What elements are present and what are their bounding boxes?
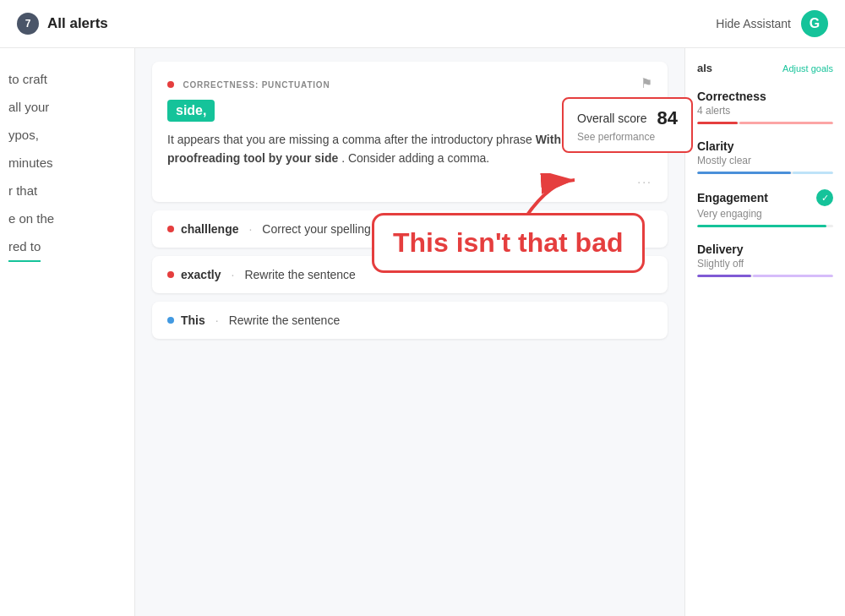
alert-word-0: challlenge xyxy=(181,222,238,236)
metric-bar-delivery xyxy=(697,275,833,277)
overall-score-card[interactable]: Overall score 84 See performance xyxy=(562,97,693,153)
metric-engagement[interactable]: Engagement ✓ Very engaging xyxy=(697,189,833,227)
bar-fill-blue xyxy=(697,172,791,174)
alert-sep-0: · xyxy=(248,222,252,236)
metric-name-delivery: Delivery xyxy=(697,243,743,256)
alert-row-2[interactable]: This · Rewrite the sentence xyxy=(152,302,668,339)
score-number: 84 xyxy=(657,107,678,129)
metric-header-clarity: Clarity xyxy=(697,139,833,153)
annotation-bubble: This isn't that bad xyxy=(372,213,645,273)
dot-red-0 xyxy=(167,226,174,232)
left-text-panel: to craft all your ypos, minutes r that e… xyxy=(0,48,135,616)
alert-action-1: Rewrite the sentence xyxy=(244,268,356,281)
more-options-icon[interactable]: ··· xyxy=(637,175,652,188)
metric-correctness[interactable]: Correctness 4 alerts xyxy=(697,90,833,124)
metric-bar-correctness xyxy=(697,122,833,124)
bar-fill-green xyxy=(697,225,826,227)
metric-bar-clarity xyxy=(697,172,833,174)
metric-header-correctness: Correctness xyxy=(697,90,833,103)
metric-sub-delivery: Slightly off xyxy=(697,258,833,270)
metric-sub-clarity: Mostly clear xyxy=(697,155,833,166)
goals-header: als Adjust goals xyxy=(697,62,833,74)
metric-name-clarity: Clarity xyxy=(697,139,734,153)
adjust-goals-link[interactable]: Adjust goals xyxy=(782,63,833,74)
metric-clarity[interactable]: Clarity Mostly clear xyxy=(697,139,833,174)
hide-assistant-button[interactable]: Hide Assistant xyxy=(716,17,791,30)
bar-fill-blue-light xyxy=(793,172,833,174)
score-label: Overall score xyxy=(577,112,646,125)
text-line-4: minutes xyxy=(8,149,126,177)
goals-label: als xyxy=(697,62,712,74)
metric-name-correctness: Correctness xyxy=(697,90,766,103)
desc-after: . Consider adding a comma. xyxy=(341,151,489,165)
bar-fill-red xyxy=(697,122,738,124)
category-text: CORRECTNESS: PUNCTUATION xyxy=(183,80,330,90)
bar-fill-red-light xyxy=(739,122,833,124)
desc-before: It appears that you are missing a comma … xyxy=(167,133,532,146)
category-label: CORRECTNESS: PUNCTUATION xyxy=(167,76,330,91)
grammarly-logo-button[interactable]: G xyxy=(801,10,828,37)
bar-fill-purple xyxy=(697,275,751,277)
header-right: Hide Assistant G xyxy=(716,10,828,37)
alert-action-2: Rewrite the sentence xyxy=(229,313,341,327)
text-line-5: r that xyxy=(8,177,126,204)
alert-sep-1: · xyxy=(231,268,234,281)
text-line-7: red to xyxy=(8,232,126,262)
dot-red-1 xyxy=(167,271,174,278)
alert-count-badge: 7 xyxy=(17,13,39,35)
see-performance-link[interactable]: See performance xyxy=(577,131,678,143)
metric-header-delivery: Delivery xyxy=(697,243,833,256)
header: 7 All alerts Hide Assistant G xyxy=(0,0,845,48)
left-text-content: to craft all your ypos, minutes r that e… xyxy=(8,65,126,262)
bar-fill-purple-light xyxy=(753,275,833,277)
header-title: All alerts xyxy=(47,15,108,32)
engagement-check-icon: ✓ xyxy=(816,189,833,206)
text-line-3: ypos, xyxy=(8,121,126,149)
metric-name-engagement: Engagement xyxy=(697,191,768,204)
dot-blue-2 xyxy=(167,317,174,324)
text-line-1: to craft xyxy=(8,65,126,93)
annotation-text: This isn't that bad xyxy=(393,227,624,258)
alert-sep-2: · xyxy=(215,313,219,327)
header-left: 7 All alerts xyxy=(17,13,108,35)
highlighted-word[interactable]: side, xyxy=(167,100,215,122)
alert-word-2: This xyxy=(181,313,205,327)
alert-card-header: CORRECTNESS: PUNCTUATION ⚑ xyxy=(167,75,652,91)
metric-header-engagement: Engagement ✓ xyxy=(697,189,833,206)
right-metrics-panel: als Adjust goals Correctness 4 alerts Cl… xyxy=(684,48,845,616)
metric-sub-correctness: 4 alerts xyxy=(697,105,833,117)
correctness-dot xyxy=(167,81,174,88)
text-line-2: all your xyxy=(8,93,126,121)
text-line-6: e on the xyxy=(8,204,126,232)
metric-delivery[interactable]: Delivery Slightly off xyxy=(697,243,833,277)
goals-section: als Adjust goals xyxy=(697,62,833,74)
pin-icon: ⚑ xyxy=(641,75,652,91)
metric-bar-engagement xyxy=(697,225,833,227)
metric-sub-engagement: Very engaging xyxy=(697,208,833,220)
alert-word-1: exactly xyxy=(181,268,221,281)
alert-action-0: Correct your spelling xyxy=(262,222,370,236)
